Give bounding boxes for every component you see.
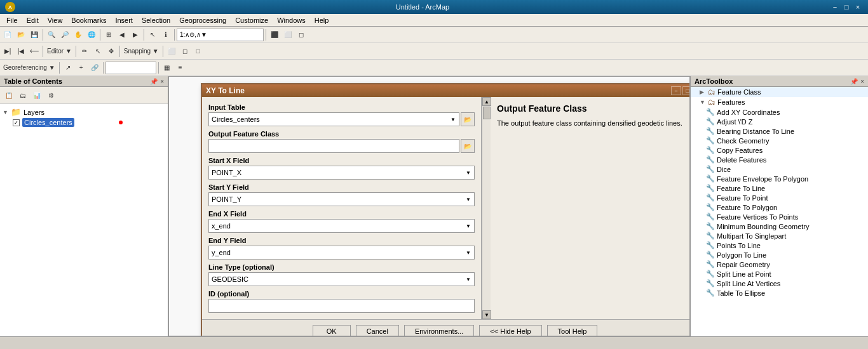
- menu-item-file[interactable]: File: [3, 16, 22, 25]
- output-fc-input[interactable]: [208, 139, 459, 153]
- tb3-1[interactable]: ↗: [62, 61, 74, 75]
- toc-tb1[interactable]: 📋: [3, 88, 15, 102]
- start-x-select[interactable]: POINT_X: [208, 166, 475, 180]
- tb2-snp1[interactable]: ⬜: [165, 44, 178, 58]
- tree-delete-feat[interactable]: 🔧 Delete Features: [691, 155, 868, 164]
- tree-dice[interactable]: 🔧 Dice: [691, 164, 868, 174]
- tb2-cursor[interactable]: ↖: [92, 44, 104, 58]
- input-table-browse-btn[interactable]: 📂: [461, 112, 475, 126]
- tb3-more[interactable]: ≡: [174, 61, 187, 75]
- start-y-select[interactable]: POINT_Y: [208, 192, 475, 206]
- line-type-select[interactable]: GEODESIC: [208, 272, 475, 286]
- menu-item-bookmarks[interactable]: Bookmarks: [67, 16, 110, 25]
- tree-add-xy[interactable]: 🔧 Add XY Coordinates: [691, 107, 868, 117]
- tb2-snp3[interactable]: □: [192, 44, 205, 58]
- tree-feat-vertices[interactable]: 🔧 Feature Vertices To Points: [691, 212, 868, 221]
- tree-adjust-dz[interactable]: 🔧 Adjust \'D Z: [691, 117, 868, 126]
- input-table-select[interactable]: Circles_centers: [208, 112, 459, 126]
- tree-multipart[interactable]: 🔧 Multipart To Singlepart: [691, 231, 868, 240]
- tb-open[interactable]: 📂: [15, 28, 27, 42]
- tree-feat-to-polygon[interactable]: 🔧 Feature To Polygon: [691, 202, 868, 212]
- tree-feature-class[interactable]: ▶ 🗂 Feature Class: [691, 87, 868, 97]
- tb2-2[interactable]: |◀: [15, 44, 27, 58]
- scroll-down-btn[interactable]: ▼: [482, 310, 491, 319]
- tb-more3[interactable]: ◻: [295, 28, 308, 42]
- tree-min-bounding[interactable]: 🔧 Minimum Bounding Geometry: [691, 221, 868, 231]
- tree-feat-to-line[interactable]: 🔧 Feature To Line: [691, 183, 868, 193]
- hide-help-button[interactable]: << Hide Help: [479, 325, 541, 336]
- tb2-pencil[interactable]: ✏: [78, 44, 91, 58]
- tree-copy-feat[interactable]: 🔧 Copy Features: [691, 145, 868, 155]
- tb2-snp2[interactable]: ◻: [179, 44, 191, 58]
- dialog-restore-btn[interactable]: □: [682, 86, 690, 95]
- tree-check-geom[interactable]: 🔧 Check Geometry: [691, 136, 868, 145]
- snapping-dropdown[interactable]: Snapping ▼: [122, 44, 161, 58]
- tool-help-button[interactable]: Tool Help: [547, 325, 598, 336]
- tb-back[interactable]: ◀: [116, 28, 128, 42]
- tree-points-to-line[interactable]: 🔧 Points To Line: [691, 240, 868, 250]
- tree-split-at-vertices[interactable]: 🔧 Split Line At Vertices: [691, 279, 868, 288]
- map-area[interactable]: XY To Line − □ × Input Table: [168, 76, 690, 336]
- tree-split-at-point[interactable]: 🔧 Split Line at Point: [691, 269, 868, 279]
- restore-btn[interactable]: □: [841, 2, 851, 12]
- arctoolbox-close-btn[interactable]: ×: [860, 78, 864, 85]
- tb-select[interactable]: ↖: [146, 28, 159, 42]
- menu-item-view[interactable]: View: [44, 16, 67, 25]
- menu-item-help[interactable]: Help: [311, 16, 333, 25]
- tb-zoom-out[interactable]: 🔎: [58, 28, 71, 42]
- tb-zoom-in[interactable]: 🔍: [45, 28, 58, 42]
- tb-save[interactable]: 💾: [28, 28, 41, 42]
- end-x-select[interactable]: x_end: [208, 219, 475, 233]
- tree-feat-to-point[interactable]: 🔧 Feature To Point: [691, 193, 868, 202]
- toc-tb3[interactable]: 📊: [31, 88, 43, 102]
- tb-identify[interactable]: ℹ: [159, 28, 172, 42]
- menu-item-geoprocessing[interactable]: Geoprocessing: [175, 16, 230, 25]
- cancel-button[interactable]: Cancel: [356, 325, 399, 336]
- scroll-up-btn[interactable]: ▲: [482, 97, 491, 106]
- menu-item-insert[interactable]: Insert: [111, 16, 137, 25]
- georef-input[interactable]: [105, 62, 156, 74]
- end-y-select[interactable]: y_end: [208, 246, 475, 260]
- menu-item-selection[interactable]: Selection: [138, 16, 174, 25]
- scroll-thumb[interactable]: [483, 107, 491, 119]
- tree-feat-envelope[interactable]: 🔧 Feature Envelope To Polygon: [691, 174, 868, 183]
- tb3-link[interactable]: 🔗: [88, 61, 101, 75]
- scale-input[interactable]: [177, 29, 264, 41]
- menu-item-edit[interactable]: Edit: [23, 16, 43, 25]
- toc-tb2[interactable]: 🗂: [17, 88, 29, 102]
- tb2-1[interactable]: ▶|: [1, 44, 14, 58]
- tb-more1[interactable]: ⬛: [268, 28, 281, 42]
- ok-button[interactable]: OK: [313, 325, 351, 336]
- output-fc-browse-btn[interactable]: 📂: [461, 139, 475, 153]
- tree-table-ellipse[interactable]: 🔧 Table To Ellipse: [691, 288, 868, 298]
- tree-features-folder[interactable]: ▼ 🗂 Features: [691, 97, 868, 107]
- id-input[interactable]: [208, 299, 475, 313]
- tb-forward[interactable]: ▶: [129, 28, 142, 42]
- tb-full-extent[interactable]: ⊞: [102, 28, 115, 42]
- georef-dropdown[interactable]: Georeferencing ▼: [1, 61, 57, 75]
- toc-pin-btn[interactable]: 📌: [150, 78, 158, 85]
- minimize-btn[interactable]: −: [830, 2, 840, 12]
- tree-bearing-dist[interactable]: 🔧 Bearing Distance To Line: [691, 126, 868, 136]
- menu-item-customize[interactable]: Customize: [231, 16, 272, 25]
- layer-checkbox[interactable]: [13, 119, 20, 126]
- arctoolbox-pin-btn[interactable]: 📌: [850, 78, 858, 85]
- menu-item-windows[interactable]: Windows: [273, 16, 309, 25]
- tree-repair-geom[interactable]: 🔧 Repair Geometry: [691, 260, 868, 269]
- environments-button[interactable]: Environments...: [404, 325, 474, 336]
- tb3-2[interactable]: +: [75, 61, 88, 75]
- tb-more2[interactable]: ⬜: [281, 28, 294, 42]
- editor-dropdown[interactable]: Editor ▼: [45, 44, 74, 58]
- tb-pan[interactable]: ✋: [72, 28, 85, 42]
- dialog-minimize-btn[interactable]: −: [671, 86, 681, 95]
- close-btn[interactable]: ×: [853, 2, 863, 12]
- tree-polygon-to-line[interactable]: 🔧 Polygon To Line: [691, 250, 868, 260]
- layer-name[interactable]: Circles_centers: [22, 118, 74, 127]
- toc-close-btn[interactable]: ×: [160, 78, 164, 85]
- tb2-move[interactable]: ✥: [105, 44, 118, 58]
- expand-icon[interactable]: ▼: [3, 109, 8, 115]
- toc-tb4[interactable]: ⚙: [44, 88, 57, 102]
- tb2-3[interactable]: ⟵: [28, 44, 41, 58]
- tb-new[interactable]: 📄: [1, 28, 14, 42]
- tb-globe[interactable]: 🌐: [85, 28, 98, 42]
